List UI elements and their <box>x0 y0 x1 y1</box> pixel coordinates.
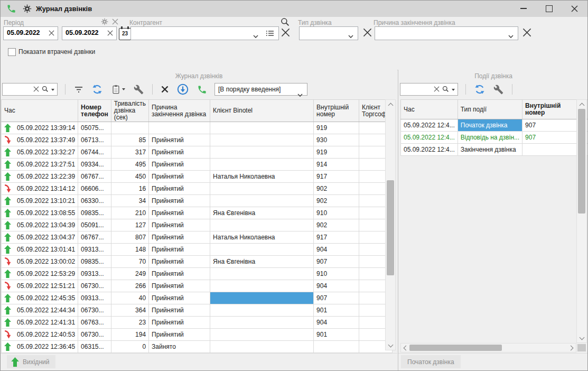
contragent-search-icon[interactable] <box>281 17 290 28</box>
cell-internal-number[interactable]: 919 <box>314 146 359 159</box>
cell-time[interactable]: 05.09.2022 13:04:39 <box>2 219 78 231</box>
period-settings-gear-icon[interactable] <box>101 18 108 27</box>
scrollbar-thumb[interactable] <box>387 180 394 275</box>
call-type-combo[interactable] <box>299 26 358 40</box>
cell-reason[interactable]: Прийнятий <box>149 195 210 207</box>
cell-client-binotel[interactable]: Яна Євгенівна <box>210 207 314 219</box>
cell-time[interactable]: 05.09.2022 13:27:51 <box>2 159 78 171</box>
cell-reason[interactable]: Прийнятий <box>149 231 210 244</box>
scroll-down-icon[interactable] <box>386 341 395 350</box>
cell-client-binotel[interactable] <box>210 195 314 207</box>
cell-phone[interactable]: 06744... <box>78 146 111 159</box>
cell-time[interactable]: 05.09.2022 13:14:12 <box>2 183 78 195</box>
cell-duration[interactable]: 70 <box>111 256 148 268</box>
call-log-row[interactable]: 05.09.2022 13:39:1405075...919 <box>2 122 393 134</box>
date-from-field[interactable] <box>3 26 58 40</box>
end-reason-combo[interactable] <box>375 26 518 40</box>
scroll-left-icon[interactable] <box>401 344 409 352</box>
search-icon[interactable] <box>442 86 449 94</box>
call-log-row[interactable]: 05.09.2022 12:36:4506315...0Зайнято <box>2 341 393 353</box>
cell-client-binotel[interactable] <box>210 219 314 231</box>
cell-internal-number[interactable]: 902 <box>314 183 359 195</box>
scroll-up-icon[interactable] <box>386 100 395 109</box>
cell-event-type[interactable]: Відповідь на дзвін... <box>458 132 522 144</box>
cell-phone[interactable]: 06606... <box>78 183 111 195</box>
cell-internal-number[interactable]: 914 <box>314 159 359 171</box>
cell-phone[interactable]: 09835... <box>78 256 111 268</box>
cell-client-binotel[interactable]: Наталья Николаевна <box>210 231 314 244</box>
call-phone-icon[interactable] <box>196 84 208 96</box>
cell-phone[interactable]: 09334... <box>78 159 111 171</box>
call-log-search-input[interactable] <box>2 83 58 96</box>
cell-time[interactable]: 05.09.2022 13:01:41 <box>2 244 78 256</box>
cell-client-binotel[interactable] <box>210 304 314 317</box>
cell-client-binotel[interactable] <box>210 341 314 353</box>
contragent-combo[interactable] <box>130 26 279 40</box>
cell-reason[interactable]: Прийнятий <box>149 304 210 317</box>
cell-duration[interactable]: 40 <box>111 292 148 304</box>
gear-icon[interactable] <box>22 3 33 14</box>
cell-duration[interactable]: 266 <box>111 280 148 292</box>
cell-client-binotel[interactable] <box>210 134 314 146</box>
cell-event-type[interactable]: Закінчення дзвінка <box>458 144 522 156</box>
cell-duration[interactable]: 194 <box>111 329 148 341</box>
cell-time[interactable]: 05.09.2022 13:37:49 <box>2 134 78 146</box>
cell-reason[interactable]: Прийнятий <box>149 146 210 159</box>
cell-phone[interactable]: 06315... <box>78 341 111 353</box>
cell-duration[interactable]: 210 <box>111 207 148 219</box>
cell-duration[interactable]: 364 <box>111 304 148 317</box>
cell-reason[interactable]: Прийнятий <box>149 219 210 231</box>
cell-internal-number[interactable]: 907 <box>522 132 577 144</box>
chevron-down-icon[interactable] <box>508 32 514 40</box>
call-type-clear-icon[interactable] <box>363 28 372 39</box>
date-to-field[interactable] <box>62 26 117 40</box>
call-log-row[interactable]: 05.09.2022 13:37:4906713...85Прийнятий93… <box>2 134 393 146</box>
cell-internal-number[interactable]: 904 <box>314 244 359 256</box>
cell-internal-number[interactable]: 917 <box>314 171 359 183</box>
cell-time[interactable]: 05.09.2022 12:51:21 <box>2 280 78 292</box>
scrollbar-thumb[interactable] <box>578 109 585 214</box>
cell-reason[interactable]: Прийнятий <box>149 317 210 329</box>
cell-reason[interactable]: Зайнято <box>149 341 210 353</box>
end-reason-clear-icon[interactable] <box>522 28 531 39</box>
cell-reason[interactable] <box>149 122 210 134</box>
cell-event-type[interactable]: Початок дзвінка <box>458 119 522 132</box>
cell-phone[interactable]: 06713... <box>78 134 111 146</box>
cell-internal-number[interactable]: 910 <box>314 207 359 219</box>
call-log-header-5[interactable]: Внутрішній номер <box>314 100 359 122</box>
scroll-down-icon[interactable] <box>577 333 586 342</box>
refresh-icon[interactable] <box>473 83 486 96</box>
cell-phone[interactable]: 06767... <box>78 171 111 183</box>
cell-internal-number[interactable]: 901 <box>314 329 359 341</box>
cell-internal-number[interactable]: 904 <box>314 280 359 292</box>
call-events-search-input[interactable] <box>400 83 458 96</box>
delete-icon[interactable] <box>160 85 170 94</box>
call-log-vscrollbar[interactable] <box>385 99 396 350</box>
wrench-icon[interactable] <box>133 84 145 96</box>
call-events-vscrollbar[interactable] <box>576 99 587 343</box>
cell-duration[interactable]: 450 <box>111 171 148 183</box>
cell-duration[interactable] <box>111 122 148 134</box>
search-options-caret-icon[interactable] <box>452 89 455 91</box>
cell-reason[interactable]: Прийнятий <box>149 244 210 256</box>
cell-time[interactable]: 05.09.2022 13:39:14 <box>2 122 78 134</box>
cell-internal-number[interactable]: 907 <box>314 292 359 304</box>
cell-internal-number[interactable] <box>314 341 359 353</box>
cell-reason[interactable]: Прийнятий <box>149 207 210 219</box>
cell-time[interactable]: 05.09.2022 13:22:39 <box>2 171 78 183</box>
call-log-header-0[interactable]: Час <box>2 100 78 122</box>
call-log-row[interactable]: 05.09.2022 13:08:5509835...210ПрийнятийЯ… <box>2 207 393 219</box>
cell-time[interactable]: 05.09.2022 12:4... <box>401 132 458 144</box>
call-log-row[interactable]: 05.09.2022 13:32:2706744...317Прийнятий9… <box>2 146 393 159</box>
cell-phone[interactable]: 06763... <box>78 317 111 329</box>
cell-client-binotel[interactable] <box>210 329 314 341</box>
cell-internal-number[interactable]: 919 <box>314 122 359 134</box>
call-log-header-4[interactable]: Клієнт Binotel <box>210 100 314 122</box>
date-to-clear-icon[interactable] <box>107 30 113 38</box>
filter-icon[interactable] <box>73 84 85 95</box>
cell-client-binotel[interactable]: Наталья Николаевна <box>210 171 314 183</box>
cell-time[interactable]: 05.09.2022 13:32:27 <box>2 146 78 159</box>
cell-time[interactable]: 05.09.2022 12:53:29 <box>2 268 78 280</box>
call-log-row[interactable]: 05.09.2022 13:00:0209835...70ПрийнятийЯн… <box>2 256 393 268</box>
cell-time[interactable]: 05.09.2022 13:10:21 <box>2 195 78 207</box>
